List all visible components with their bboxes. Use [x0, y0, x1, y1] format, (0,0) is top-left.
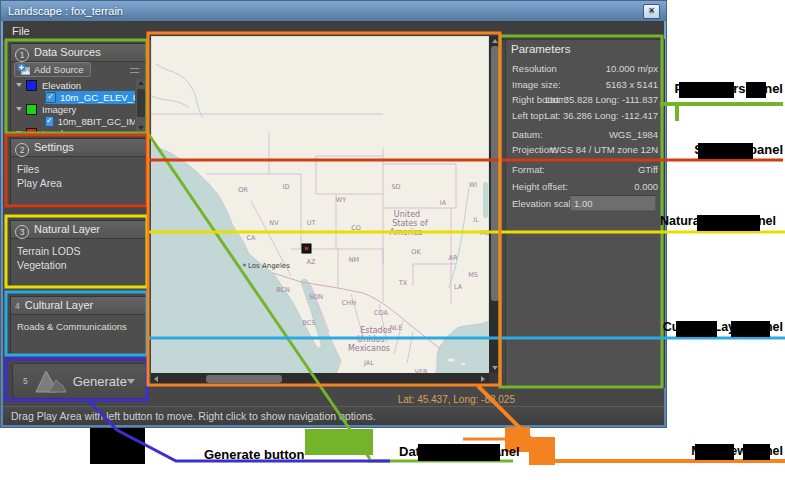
- scroll-down-icon[interactable]: [492, 366, 498, 370]
- generate-button[interactable]: 5 Generate: [12, 363, 148, 399]
- tree-item-imagery-file[interactable]: ✓ 10m_8BIT_GC_IMG_...: [11, 115, 135, 127]
- tree-group-imagery[interactable]: Imagery: [11, 103, 135, 115]
- tree-group-elevation[interactable]: Elevation: [11, 79, 135, 91]
- natural-item-vegetation[interactable]: Vegetation: [11, 258, 147, 272]
- svg-text:CHH: CHH: [342, 299, 356, 307]
- svg-text:BCN: BCN: [276, 286, 290, 294]
- tree-scrollbar[interactable]: [136, 79, 146, 132]
- param-label: Datum:: [512, 129, 543, 140]
- title-bar[interactable]: Landscape : fox_terrain ✕: [1, 1, 666, 21]
- scroll-right-icon[interactable]: [481, 376, 485, 382]
- natural-item-terrain-lods[interactable]: Terrain LODS: [11, 244, 147, 258]
- svg-text:BCS: BCS: [302, 319, 315, 327]
- island: [460, 363, 466, 366]
- svg-text:AZ: AZ: [307, 258, 316, 266]
- panel-sizer-icon[interactable]: [130, 68, 139, 73]
- city-dot-icon: [243, 263, 246, 266]
- svg-text:SON: SON: [309, 293, 323, 301]
- caret-down-icon[interactable]: [16, 131, 22, 133]
- redaction-box: [679, 82, 734, 98]
- dropdown-caret-icon[interactable]: [127, 379, 135, 384]
- cultural-layer-panel: 4Cultural Layer Roads & Communications: [10, 296, 148, 356]
- close-button[interactable]: ✕: [643, 4, 660, 19]
- svg-text:OR: OR: [238, 186, 248, 194]
- scroll-down-icon[interactable]: [138, 126, 144, 130]
- svg-text:MS: MS: [468, 271, 478, 279]
- svg-text:Mexicanos: Mexicanos: [348, 344, 390, 353]
- elevation-scale-label: Elevation scale: [512, 198, 576, 209]
- svg-text:CO: CO: [351, 224, 361, 232]
- param-label: Left top:: [512, 110, 546, 121]
- cultural-item-roads[interactable]: Roads & Communications: [11, 320, 147, 334]
- add-source-button[interactable]: Add Source: [14, 62, 91, 77]
- menu-file[interactable]: File: [3, 22, 39, 40]
- city-label: Los Angeles: [248, 262, 290, 270]
- param-value: Lat: 36.286 Long: -112.417: [545, 110, 658, 121]
- elevation-color-swatch: [26, 80, 37, 91]
- param-value: 0.000: [634, 181, 658, 192]
- redaction-box: [746, 82, 766, 98]
- elevation-scale-input[interactable]: [570, 195, 656, 211]
- svg-text:IA: IA: [440, 199, 447, 207]
- play-area-marker[interactable]: [302, 244, 311, 253]
- map-horizontal-scrollbar[interactable]: [151, 373, 488, 385]
- scroll-up-icon[interactable]: [138, 81, 144, 85]
- svg-text:Estados: Estados: [360, 326, 391, 335]
- orange-box: [529, 437, 555, 465]
- add-source-icon: [18, 64, 31, 76]
- checkbox-checked[interactable]: ✓: [45, 92, 56, 103]
- caret-down-icon[interactable]: [16, 83, 22, 87]
- svg-text:SD: SD: [391, 183, 400, 191]
- scroll-thumb[interactable]: [206, 375, 282, 383]
- scroll-up-icon[interactable]: [492, 39, 498, 43]
- tree-item-elevation-file[interactable]: ✓ 10m_GC_ELEV_UTM_...: [11, 91, 135, 103]
- parameters-panel: Parameters Resolution10.000 m/px Image s…: [505, 39, 665, 388]
- param-label: Image size:: [512, 79, 561, 90]
- svg-text:NM: NM: [349, 256, 359, 264]
- panel-title: Data Sources: [34, 46, 101, 58]
- svg-text:Unidos: Unidos: [357, 335, 384, 344]
- stage: Landscape : fox_terrain ✕ File 1Data Sou…: [0, 0, 785, 480]
- svg-text:States of: States of: [392, 219, 428, 228]
- map-canvas[interactable]: ORID WYSD WIIA NVUT COIL MOCA OKAR AZNM …: [151, 36, 489, 373]
- svg-text:OK: OK: [411, 248, 421, 256]
- svg-text:AR: AR: [449, 254, 458, 262]
- generate-label: Generate: [73, 374, 127, 389]
- app-window: Landscape : fox_terrain ✕ File 1Data Sou…: [0, 0, 667, 428]
- svg-text:TX: TX: [398, 279, 408, 287]
- svg-text:LA: LA: [454, 283, 463, 291]
- scroll-thumb[interactable]: [491, 46, 499, 301]
- map-view[interactable]: ORID WYSD WIIA NVUT COIL MOCA OKAR AZNM …: [151, 36, 501, 386]
- mountains-icon: [33, 368, 69, 394]
- param-label: Resolution: [512, 63, 557, 74]
- cursor-coordinates: Lat: 45.437, Long: -88.025: [383, 394, 515, 405]
- settings-item-files[interactable]: Files: [11, 162, 147, 176]
- settings-item-play-area[interactable]: Play Area: [11, 176, 147, 190]
- scrollbar-corner: [489, 373, 500, 385]
- svg-text:MO: MO: [480, 229, 489, 237]
- param-value: 10.000 m/px: [606, 63, 658, 74]
- map-vertical-scrollbar[interactable]: [489, 36, 500, 373]
- scroll-left-icon[interactable]: [154, 376, 158, 382]
- window-title: Landscape : fox_terrain: [8, 5, 123, 17]
- svg-text:JAL: JAL: [363, 359, 374, 367]
- param-value: Lat: 35.828 Long: -111.837: [545, 94, 658, 105]
- redaction-box: [743, 444, 770, 460]
- island: [447, 358, 455, 362]
- svg-text:America: America: [390, 228, 423, 237]
- svg-text:ID: ID: [283, 183, 290, 191]
- data-sources-panel: 1Data Sources Add Source: [10, 43, 148, 134]
- checkbox-checked[interactable]: ✓: [45, 116, 54, 127]
- svg-text:WY: WY: [336, 196, 346, 204]
- redaction-box: [698, 143, 753, 159]
- scroll-thumb[interactable]: [137, 89, 145, 117]
- tree-group-landcover[interactable]: Landcover: [11, 127, 135, 133]
- black-box: [90, 428, 145, 464]
- lake: [483, 182, 488, 218]
- svg-text:NV: NV: [269, 219, 279, 227]
- caret-down-icon[interactable]: [16, 107, 22, 111]
- green-box: [305, 429, 373, 455]
- param-value: 5163 x 5141: [606, 79, 658, 90]
- parameters-title: Parameters: [511, 43, 570, 55]
- landcover-color-swatch: [26, 128, 37, 134]
